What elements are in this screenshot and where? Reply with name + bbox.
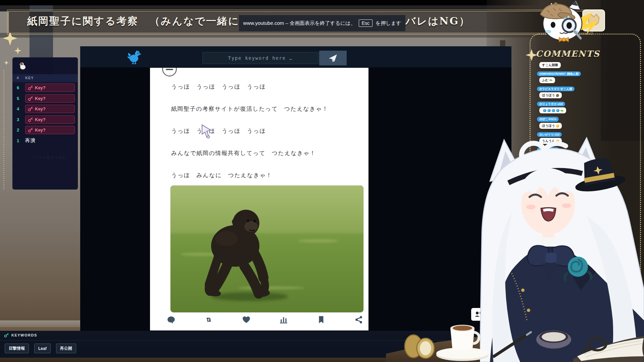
comment-item: @ぽこ-PoCoほうほう <box>537 116 638 128</box>
comment-username: @ラピスラズリ-すこん部 <box>537 87 575 92</box>
reply-icon[interactable] <box>167 315 176 324</box>
desk-props <box>396 319 644 362</box>
column-number-label: # <box>17 76 19 80</box>
key-slot[interactable]: Key? <box>25 105 75 113</box>
comment-message <box>539 107 566 113</box>
open-book <box>573 336 644 362</box>
sns-app-window: うっほ うっほ うっほ うっほ紙岡聖子の考察サイトが復活したって つたえなきゃ！… <box>80 46 511 331</box>
tweet-line: うっほ みんなに つたえなきゃ！ <box>171 171 359 178</box>
key-list-row[interactable]: 3Key? <box>12 115 78 125</box>
custom-cursor <box>201 124 213 139</box>
stream-title-right: バレはNG） <box>405 14 470 28</box>
comment-item: @MKH001CROW07_雑魚ん部ふむ <box>537 70 638 83</box>
like-icon[interactable] <box>242 315 251 324</box>
tweet-line: 紙岡聖子の考察サイトが復活したって つたえなきゃ！ <box>171 105 359 112</box>
tweet-action-bar <box>167 315 363 324</box>
sparkle-icon <box>14 47 21 54</box>
comment-message: すこん部隊 <box>539 62 561 68</box>
toast-text-after: を押します <box>376 20 401 27</box>
key-label: Key? <box>35 85 46 90</box>
key-icon <box>28 85 33 90</box>
key-label: Key? <box>35 96 46 101</box>
chick-icon <box>556 124 559 127</box>
search-input[interactable] <box>202 52 318 64</box>
baby-gorilla <box>189 202 300 303</box>
key-list-faint-note: リストの形式で追記 <box>31 155 66 160</box>
key-list-column-header: # KEY <box>12 74 78 82</box>
key-label: 再演 <box>25 138 36 144</box>
keywords-title: KEYWORDS <box>11 333 37 337</box>
comment-message: ふむ <box>539 77 555 83</box>
key-icon <box>28 106 33 111</box>
key-icon <box>28 127 33 133</box>
keyword-button[interactable]: Leaf <box>34 344 51 353</box>
key-slot[interactable]: Key? <box>25 94 75 103</box>
grass-highlight <box>298 239 338 243</box>
key-list-row[interactable]: 5Key? <box>12 94 78 104</box>
leaf-icon <box>560 109 564 112</box>
comment-message: ほうほう <box>539 123 562 129</box>
row-number: 3 <box>17 117 19 122</box>
share-icon[interactable] <box>354 315 363 324</box>
stream-title-left: 紙岡聖子に関する考察 （みんなで一緒に <box>27 14 240 28</box>
key-list-row[interactable]: 1再演 <box>12 137 78 146</box>
key-icon <box>28 96 33 101</box>
comment-username: @りょうすけ-u5d <box>537 102 565 107</box>
toast-text-before: www.youtube.com – 全画面表示を終了するには、 <box>243 20 356 27</box>
paper-plane-icon <box>329 54 337 62</box>
row-number: 2 <box>17 127 19 133</box>
key-list-header <box>12 57 78 74</box>
tweet-line: みんなで紙岡の情報共有してって つたえなきゃ！ <box>171 149 359 156</box>
key-slot[interactable]: Key? <box>25 126 75 134</box>
bird-blue-icon <box>556 109 559 112</box>
key-slot[interactable]: Key? <box>25 84 75 92</box>
gorilla-photo[interactable] <box>170 185 364 313</box>
tweet-line: うっほ うっほ うっほ うっほ <box>171 127 359 134</box>
key-icon <box>4 333 9 339</box>
tweet-text-block: うっほ うっほ うっほ うっほ紙岡聖子の考察サイトが復活したって つたえなきゃ！… <box>171 83 359 194</box>
row-number: 4 <box>17 106 19 111</box>
leaf-icon <box>549 79 553 82</box>
comment-item: すこん部隊 <box>537 61 638 68</box>
tweet-line: うっほ うっほ うっほ うっほ <box>171 83 359 90</box>
youtube-fullscreen-toast: www.youtube.com – 全画面表示を終了するには、 Esc を押しま… <box>239 15 405 31</box>
key-list-row[interactable]: 4Key? <box>12 105 78 114</box>
row-number: 6 <box>17 85 19 90</box>
bird-blue-icon <box>543 109 546 112</box>
dog-mascot-icon <box>18 62 27 70</box>
column-key-label: KEY <box>25 76 34 80</box>
rooster-logo-icon <box>127 49 142 64</box>
row-number: 1 <box>17 138 19 143</box>
sparkle-icon <box>4 60 9 65</box>
keyword-button[interactable]: 目撃情報 <box>5 344 29 353</box>
esc-key-label: Esc <box>359 19 373 27</box>
dotted-line-decoration <box>3 70 4 189</box>
bookmark-icon[interactable] <box>317 315 326 324</box>
key-label: Key? <box>35 127 46 133</box>
send-button[interactable] <box>319 51 347 65</box>
retweet-icon[interactable] <box>204 315 213 324</box>
chick-dark-icon <box>556 94 559 97</box>
comment-username: @ぽこ-PoCo <box>537 117 559 122</box>
key-label: Key? <box>35 106 46 111</box>
row-number: 5 <box>17 96 19 101</box>
bird-blue-icon <box>552 109 555 112</box>
analytics-icon[interactable] <box>279 315 288 324</box>
key-slot[interactable]: Key? <box>25 115 75 124</box>
key-list-row[interactable]: 6Key? <box>12 84 78 93</box>
comment-message: ほうほう <box>539 92 562 98</box>
bird-blue-icon <box>547 109 551 112</box>
key-icon <box>28 117 33 122</box>
key-label: Key? <box>35 117 46 122</box>
sns-topbar <box>80 46 511 67</box>
tweet-card: うっほ うっほ うっほ うっほ紙岡聖子の考察サイトが復活したって つたえなきゃ！… <box>150 68 368 330</box>
comment-item: @ラピスラズリ-すこん部ほうほう <box>537 86 638 98</box>
comment-item: @りょうすけ-u5d <box>537 101 638 113</box>
key-list-row[interactable]: 2Key? <box>12 126 78 135</box>
key-list-panel: # KEY 6Key?5Key?4Key?3Key?2Key?1再演 リストの形… <box>12 57 78 190</box>
comments-header: COMMENTS <box>536 49 600 59</box>
comment-username: @MKH001CROW07_雑魚ん部 <box>537 71 581 76</box>
keyword-button[interactable]: 再公開 <box>56 344 76 353</box>
detective-mascot <box>536 0 599 44</box>
keyword-buttons: 目撃情報Leaf再公開 <box>5 344 76 353</box>
